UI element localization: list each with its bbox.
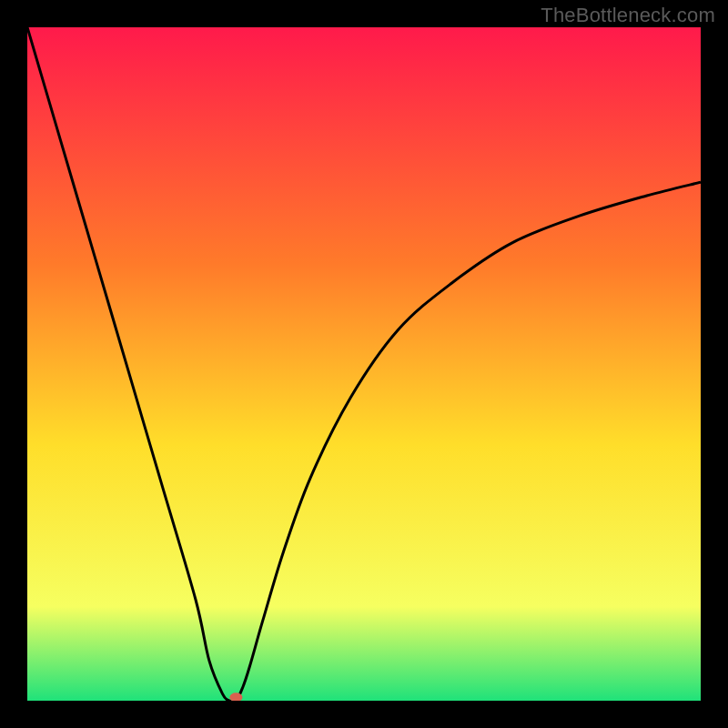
plot-area — [27, 27, 701, 701]
plot-svg — [27, 27, 701, 701]
watermark-text: TheBottleneck.com — [541, 4, 715, 27]
gradient-background — [27, 27, 701, 701]
chart-frame: TheBottleneck.com — [0, 0, 728, 728]
